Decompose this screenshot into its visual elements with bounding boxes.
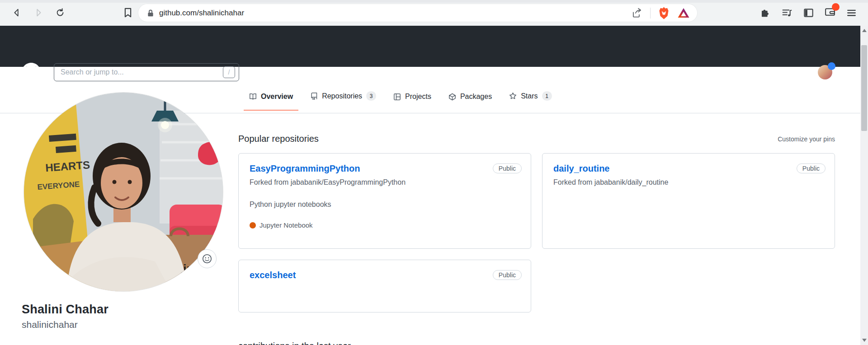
visibility-badge: Public (493, 270, 522, 280)
visibility-badge: Public (797, 163, 826, 173)
bookmark-icon (123, 8, 132, 18)
star-icon (509, 92, 517, 100)
chevron-down-icon (802, 71, 806, 73)
package-icon (448, 93, 456, 101)
extensions-icon[interactable] (760, 7, 771, 19)
profile-avatar[interactable]: HEARTS EVERYONE blink (24, 93, 223, 291)
tab-count-badge: 1 (542, 91, 552, 101)
header-avatar (818, 65, 832, 79)
smiley-icon (202, 253, 212, 264)
brave-rewards-icon[interactable] (677, 7, 690, 19)
browser-toolbar: github.com/shalinichahar (0, 0, 868, 26)
notifications-bell-icon[interactable] (768, 67, 778, 77)
repo-language: Jupyter Notebook (250, 221, 520, 229)
playlist-icon[interactable] (781, 7, 793, 19)
back-icon (12, 8, 22, 18)
address-bar[interactable]: github.com/shalinichahar (138, 4, 697, 22)
bookmark-button[interactable] (121, 6, 135, 19)
search-hotkey-hint: / (223, 66, 235, 78)
tab-label: Packages (460, 93, 492, 101)
profile-tabs: Overview Repositories 3 Projects Package… (244, 85, 557, 111)
profile-username: shalinichahar (22, 319, 78, 330)
wallet-button[interactable] (824, 6, 836, 19)
tab-label: Projects (405, 93, 431, 101)
project-icon (393, 93, 401, 101)
tab-label: Overview (261, 93, 293, 101)
plus-icon (790, 68, 798, 76)
nav-marketplace[interactable]: Marketplace (407, 68, 449, 76)
tab-label: Stars (521, 92, 538, 100)
reload-button[interactable] (53, 6, 67, 19)
repo-description: Python jupyter notebooks (250, 200, 520, 209)
visibility-badge: Public (493, 163, 522, 173)
scroll-down-arrow[interactable] (862, 339, 867, 342)
nav-pull-requests[interactable]: Pull requests (250, 68, 295, 76)
repo-link[interactable]: daily_routine (553, 163, 609, 174)
repo-card-excelsheet: excelsheet Public (238, 260, 531, 312)
tab-count-badge: 3 (366, 91, 376, 101)
repo-link[interactable]: excelsheet (250, 270, 296, 280)
set-status-button[interactable] (198, 249, 217, 268)
popular-repositories-heading: Popular repositories (238, 134, 319, 144)
menu-icon[interactable] (846, 7, 857, 19)
tabstrip-edge (0, 0, 868, 3)
profile-name: Shalini Chahar (22, 303, 108, 317)
nav-issues[interactable]: Issues (311, 68, 333, 76)
customize-pins-link[interactable]: Customize your pins (778, 135, 835, 143)
chevron-down-icon (835, 71, 840, 73)
brave-shields-icon[interactable] (658, 6, 670, 20)
repo-link[interactable]: EasyProgrammingPython (250, 163, 360, 174)
tab-repositories[interactable]: Repositories 3 (305, 85, 382, 111)
github-search-input[interactable] (61, 68, 223, 76)
lock-icon (146, 9, 155, 17)
user-status-dot (828, 62, 835, 70)
tab-overview[interactable]: Overview (244, 86, 298, 111)
wallet-notification-dot (832, 3, 840, 11)
sidebar-icon[interactable] (803, 7, 814, 19)
tab-projects[interactable]: Projects (388, 86, 437, 111)
repo-fork-info: Forked from jababanik/EasyProgrammingPyt… (250, 178, 520, 186)
page-scrollbar[interactable] (860, 26, 868, 345)
scroll-up-arrow[interactable] (862, 29, 867, 32)
contributions-heading-clipped: contributions in the last year (238, 341, 555, 345)
scrollbar-thumb[interactable] (861, 45, 867, 131)
tab-label: Repositories (322, 92, 362, 100)
github-logo-icon[interactable] (22, 63, 41, 82)
share-icon[interactable] (631, 7, 643, 19)
repo-card-daily-routine: daily_routine Public Forked from jababan… (542, 153, 835, 249)
user-menu-button[interactable] (818, 65, 840, 79)
tab-stars[interactable]: Stars 1 (504, 85, 557, 111)
nav-explore[interactable]: Explore (464, 68, 491, 76)
forward-icon (33, 8, 43, 18)
avatar-photo: HEARTS EVERYONE blink (24, 93, 223, 291)
repo-fork-info: Forked from jababanik/daily_routine (553, 178, 824, 186)
language-color-dot (250, 222, 256, 228)
book-icon (249, 93, 257, 101)
repo-card-easyprogrammingpython: EasyProgrammingPython Public Forked from… (238, 153, 531, 249)
forward-button[interactable] (32, 6, 45, 19)
url-text[interactable]: github.com/shalinichahar (159, 9, 631, 18)
reload-icon (55, 8, 65, 18)
nav-codespaces[interactable]: Codespaces (349, 68, 391, 76)
language-name: Jupyter Notebook (259, 221, 313, 229)
repo-icon (310, 92, 318, 100)
tab-packages[interactable]: Packages (443, 86, 497, 111)
divider (650, 8, 651, 19)
create-new-button[interactable] (790, 68, 806, 76)
github-search-box[interactable]: / (54, 63, 239, 81)
github-header: / Pull requests Issues Codespaces Market… (0, 26, 868, 67)
back-button[interactable] (10, 6, 24, 19)
